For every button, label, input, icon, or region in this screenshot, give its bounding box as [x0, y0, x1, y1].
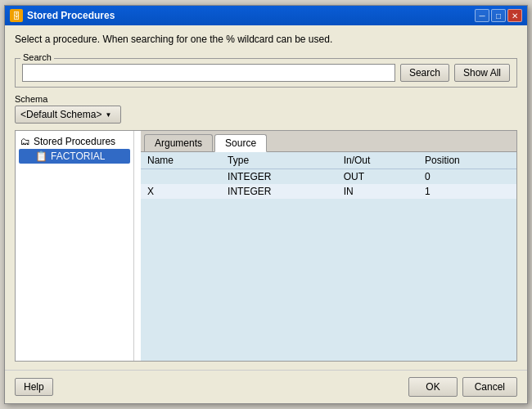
tree-root-icon: 🗂: [20, 136, 30, 147]
cancel-button[interactable]: Cancel: [462, 377, 517, 397]
tree-root[interactable]: 🗂 Stored Procedures: [19, 134, 130, 149]
tree-root-label: Stored Procedures: [34, 136, 115, 147]
table-row: INTEGEROUT0: [141, 169, 516, 185]
schema-section: Schema <Default Schema> ▼: [15, 94, 517, 124]
table-cell-position: 1: [418, 184, 516, 199]
show-all-button[interactable]: Show All: [454, 64, 510, 82]
help-button[interactable]: Help: [15, 378, 53, 396]
search-input[interactable]: [22, 64, 395, 82]
search-group: Search Search Show All: [15, 58, 517, 88]
col-header-position: Position: [418, 152, 516, 169]
tree-item-label: FACTORIAL: [51, 151, 105, 162]
window-title: Stored Procedures: [27, 10, 115, 21]
tabs: Arguments Source: [141, 131, 516, 152]
table-cell-type: INTEGER: [221, 169, 337, 185]
bottom-bar: Help OK Cancel: [5, 370, 527, 403]
table-cell-inout: IN: [337, 184, 418, 199]
titlebar-icon: 🗄: [10, 9, 23, 22]
tab-source[interactable]: Source: [214, 134, 267, 152]
dialog-content: Select a procedure. When searching for o…: [5, 25, 527, 370]
titlebar: 🗄 Stored Procedures ─ □ ✕: [5, 6, 527, 25]
stored-procedures-dialog: 🗄 Stored Procedures ─ □ ✕ Select a proce…: [4, 5, 528, 404]
table-area: Name Type In/Out Position INTEGEROUT0XIN…: [141, 152, 516, 361]
schema-dropdown[interactable]: <Default Schema> ▼: [15, 106, 121, 124]
col-header-inout: In/Out: [337, 152, 418, 169]
table-cell-name: [141, 169, 221, 185]
schema-value: <Default Schema>: [20, 109, 101, 120]
tree-item-factorial[interactable]: 📋 FACTORIAL: [19, 149, 130, 164]
maximize-button[interactable]: □: [491, 9, 506, 22]
arguments-table: Name Type In/Out Position INTEGEROUT0XIN…: [141, 152, 516, 199]
titlebar-buttons: ─ □ ✕: [475, 9, 522, 22]
close-button[interactable]: ✕: [507, 9, 522, 22]
schema-arrow-icon: ▼: [105, 111, 111, 119]
search-group-label: Search: [20, 52, 54, 62]
col-header-name: Name: [141, 152, 221, 169]
minimize-button[interactable]: ─: [475, 9, 489, 22]
right-panel: Arguments Source Name Type In/Out Positi…: [141, 131, 516, 361]
tab-arguments[interactable]: Arguments: [144, 134, 213, 151]
table-cell-name: X: [141, 184, 221, 199]
table-cell-position: 0: [418, 169, 516, 185]
schema-label: Schema: [15, 94, 517, 104]
table-cell-type: INTEGER: [221, 184, 337, 199]
tree-panel: 🗂 Stored Procedures 📋 FACTORIAL: [16, 131, 134, 361]
bottom-right: OK Cancel: [408, 377, 517, 397]
table-cell-inout: OUT: [337, 169, 418, 185]
main-area: 🗂 Stored Procedures 📋 FACTORIAL Argument…: [15, 130, 517, 362]
ok-button[interactable]: OK: [408, 377, 457, 397]
search-row: Search Show All: [22, 64, 510, 82]
tree-item-icon: 📋: [35, 151, 47, 162]
titlebar-left: 🗄 Stored Procedures: [10, 9, 115, 22]
col-header-type: Type: [221, 152, 337, 169]
table-row: XINTEGERIN1: [141, 184, 516, 199]
description-text: Select a procedure. When searching for o…: [15, 34, 517, 45]
search-button[interactable]: Search: [400, 64, 449, 82]
